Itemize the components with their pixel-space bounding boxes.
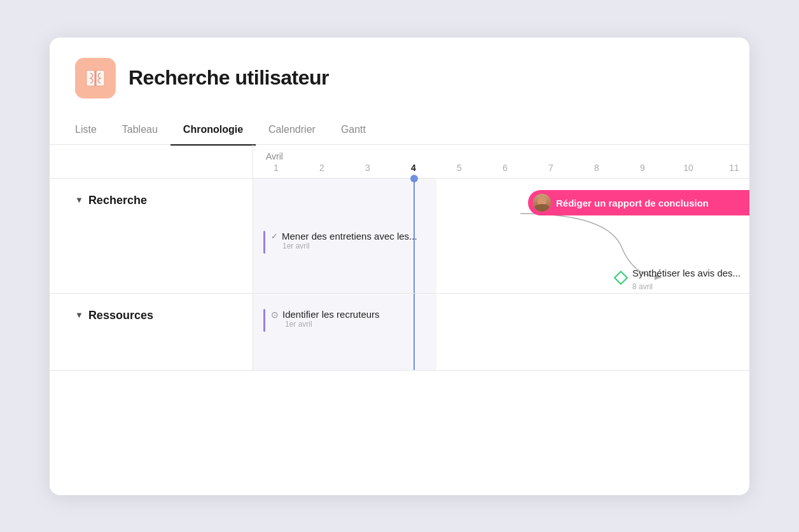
circle-icon-recruteurs: ⊙ (271, 310, 279, 320)
group-arrow-ressources: ▼ (75, 310, 83, 320)
header: Recherche utilisateur (50, 38, 749, 99)
today-dot (410, 175, 418, 182)
date-header: Avril 1 2 3 4 5 6 7 8 9 10 11 12 (50, 145, 749, 179)
task-inline-entretiens[interactable]: ✓ Mener des entretiens avec les... 1er a… (271, 231, 417, 250)
tab-tableau[interactable]: Tableau (109, 119, 170, 146)
day-9: 9 (620, 163, 665, 173)
group-name-recherche: Recherche (88, 194, 147, 207)
date-grid: Avril 1 2 3 4 5 6 7 8 9 10 11 12 (253, 145, 749, 178)
task-date-entretiens: 1er avril (282, 242, 417, 250)
month-label-spacer (50, 145, 253, 178)
group-content-ressources: ⊙ Identifier les recruteurs 1er avril (253, 294, 749, 370)
day-numbers: 1 2 3 4 5 6 7 8 9 10 11 12 (253, 163, 749, 178)
day-2: 2 (299, 163, 345, 173)
page-title: Recherche utilisateur (129, 66, 329, 90)
day-6: 6 (482, 163, 528, 173)
day-10: 10 (665, 163, 711, 173)
day-1: 1 (253, 163, 299, 173)
day-8: 8 (574, 163, 620, 173)
task-inline-recruteurs[interactable]: ⊙ Identifier les recruteurs 1er avril (271, 309, 380, 329)
day-3: 3 (345, 163, 391, 173)
tab-liste[interactable]: Liste (75, 119, 109, 146)
group-row-ressources: ▼ Ressources ⊙ Identifier les recruteurs… (50, 294, 749, 371)
task-label-entretiens: Mener des entretiens avec les... (282, 231, 417, 242)
milestone-label-synthetiser: Synthétiser les avis des... (632, 268, 740, 278)
task-label-recruteurs: Identifier les recruteurs (282, 309, 380, 320)
today-line-ressources (413, 294, 415, 370)
avatar-face (533, 194, 551, 212)
day-11: 11 (711, 163, 749, 173)
main-card: Recherche utilisateur Liste Tableau Chro… (50, 38, 749, 495)
milestone-date-synthetiser: 8 avril (632, 282, 653, 291)
tab-calendrier[interactable]: Calendrier (256, 119, 328, 146)
book-icon (84, 67, 107, 90)
group-name-ressources: Ressources (88, 309, 153, 322)
milestone-diamond (614, 271, 629, 285)
task-date-recruteurs: 1er avril (285, 320, 380, 329)
today-line (413, 179, 415, 293)
day-4: 4 (391, 163, 436, 173)
group-label-ressources: ▼ Ressources (50, 294, 253, 370)
shade-region-ressources (253, 294, 436, 370)
tab-gantt[interactable]: Gantt (328, 119, 379, 146)
group-label-recherche: ▼ Recherche (50, 179, 253, 293)
day-5: 5 (436, 163, 482, 173)
task-bar-label-rapport: Rédiger un rapport de conclusion (556, 198, 709, 208)
month-label: Avril (253, 145, 749, 163)
task-avatar (533, 194, 551, 212)
day-7: 7 (528, 163, 574, 173)
app-icon (75, 58, 116, 99)
timeline: Avril 1 2 3 4 5 6 7 8 9 10 11 12 (50, 145, 749, 371)
check-icon-entretiens: ✓ (271, 231, 278, 241)
group-row-recherche: ▼ Recherche (50, 179, 749, 294)
group-arrow-recherche: ▼ (75, 195, 83, 205)
task-bar-rapport[interactable]: Rédiger un rapport de conclusion (528, 190, 749, 215)
nav-tabs: Liste Tableau Chronologie Calendrier Gan… (50, 106, 749, 146)
tab-chronologie[interactable]: Chronologie (170, 119, 256, 146)
group-content-recherche: Rédiger un rapport de conclusion ✓ Mener… (253, 179, 749, 293)
